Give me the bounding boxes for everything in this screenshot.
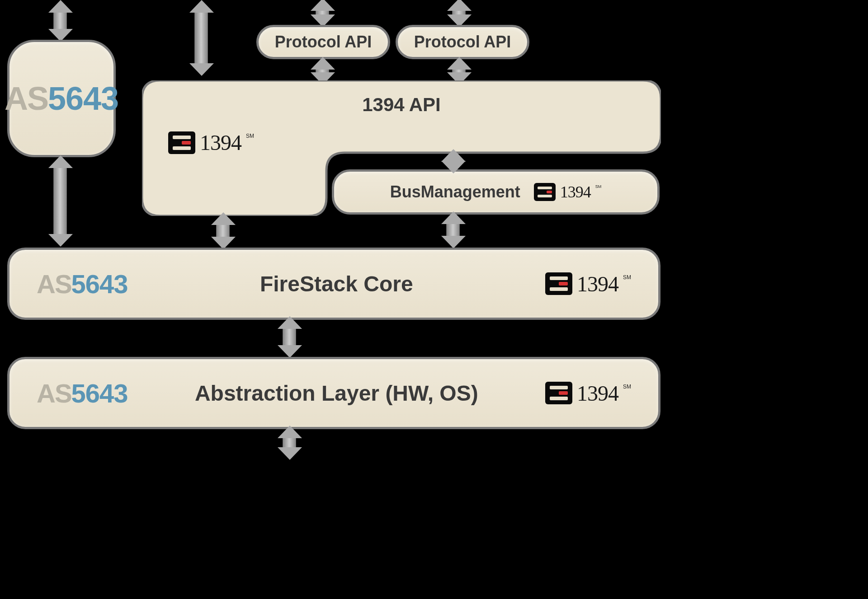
api-1394-label: 1394 API — [362, 94, 441, 115]
as5643-standalone-box: AS5643 — [7, 40, 116, 157]
protocol-api-2-box: Protocol API — [396, 25, 529, 59]
as5643-logo: AS5643 — [5, 80, 118, 117]
protocol-api-1-box: Protocol API — [256, 25, 390, 59]
ieee-sm: SM — [623, 384, 631, 390]
as-number: 5643 — [48, 80, 118, 117]
protocol-api-2-label: Protocol API — [414, 33, 511, 51]
bus-management-box: BusManagement 1394 SM — [332, 169, 660, 215]
as-prefix: AS — [37, 269, 71, 299]
ieee-sm: SM — [623, 274, 631, 281]
arrow-as5643-top — [53, 10, 67, 32]
protocol-api-1-label: Protocol API — [275, 33, 372, 51]
abstraction-layer-label: Abstraction Layer (HW, OS) — [195, 381, 478, 406]
ieee-bars-icon — [545, 382, 572, 404]
as-number: 5643 — [71, 378, 128, 408]
as5643-logo-core: AS5643 — [37, 269, 128, 299]
as5643-logo-abstraction: AS5643 — [37, 378, 128, 408]
ieee-1394-logo-abstraction: 1394 SM — [545, 381, 631, 406]
arrow-1394api-to-bus — [446, 159, 460, 164]
ieee-num: 1394 — [577, 271, 618, 296]
ieee-num: 1394 — [560, 183, 591, 201]
arrow-1394api-to-core — [216, 222, 230, 239]
arrow-protocol1-top — [316, 8, 329, 17]
as-number: 5643 — [71, 269, 128, 299]
arrow-abstraction-bottom — [283, 435, 296, 450]
arrow-bus-to-core — [446, 221, 460, 239]
ieee-sm: SM — [246, 133, 254, 139]
firestack-core-label: FireStack Core — [260, 271, 413, 296]
ieee-1394-logo: 1394 SM — [168, 130, 254, 155]
ieee-sm: SM — [595, 184, 602, 189]
abstraction-layer-box: AS5643 Abstraction Layer (HW, OS) 1394 S… — [7, 357, 660, 429]
arrow-protocol1-bottom — [316, 67, 329, 75]
ieee-bars-icon — [545, 272, 572, 295]
ieee-num: 1394 — [200, 130, 241, 155]
arrow-1394api-top — [194, 10, 208, 66]
ieee-bars-icon — [168, 131, 195, 154]
arrow-protocol2-top — [452, 8, 466, 17]
ieee-1394-logo-core: 1394 SM — [545, 271, 631, 296]
arrow-core-to-abstraction — [283, 326, 296, 348]
ieee-num: 1394 — [577, 381, 618, 406]
firestack-core-box: AS5643 FireStack Core 1394 SM — [7, 248, 660, 320]
ieee-bars-icon — [534, 183, 556, 201]
arrow-as5643-to-core — [53, 165, 67, 237]
arrow-protocol2-bottom — [452, 67, 466, 75]
as-prefix: AS — [5, 80, 48, 117]
ieee-1394-logo-bus: 1394 SM — [534, 183, 602, 201]
as-prefix: AS — [37, 378, 71, 408]
bus-management-label: BusManagement — [390, 183, 520, 201]
